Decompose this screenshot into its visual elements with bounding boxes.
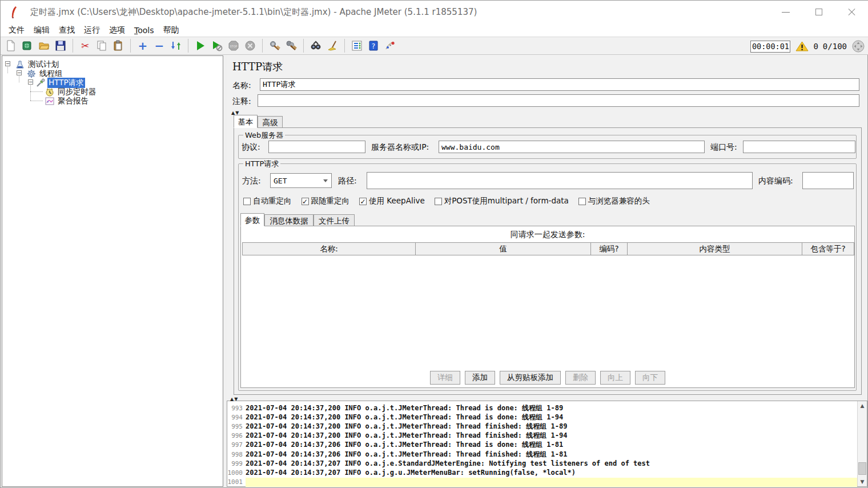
tree-item-thread-group[interactable]: 线程组 xyxy=(26,69,64,78)
tree-connector xyxy=(30,91,43,92)
log-line: 9942021-07-04 20:14:37,200 INFO o.a.j.t.… xyxy=(227,413,857,422)
log-line-number: 998 xyxy=(227,451,246,458)
error-count: 0 xyxy=(813,42,818,51)
new-file-icon[interactable] xyxy=(4,39,18,53)
toggle-icon[interactable] xyxy=(169,39,183,53)
tree-connector xyxy=(30,101,43,101)
clear-all-icon[interactable] xyxy=(284,39,298,53)
checkbox-label: 与浏览器兼容的头 xyxy=(588,196,650,206)
templates-icon[interactable] xyxy=(21,39,34,53)
button-label: 添加 xyxy=(472,373,488,383)
log-line-number: 995 xyxy=(227,423,246,430)
comment-input[interactable] xyxy=(258,94,859,107)
tree-expand-handle[interactable]: − xyxy=(28,79,33,85)
add-button[interactable]: 添加 xyxy=(465,371,495,385)
follow-redirects-checkbox[interactable]: ✓跟随重定向 xyxy=(302,196,350,206)
tab-body-data[interactable]: 消息体数据 xyxy=(264,214,314,226)
jmeter-logo-icon[interactable] xyxy=(383,39,397,53)
log-viewer: ▲▼ 9932021-07-04 20:14:37,200 INFO o.a.j… xyxy=(227,401,867,487)
menu-help[interactable]: 帮助 xyxy=(160,25,183,36)
tree-expand-handle[interactable]: − xyxy=(5,61,10,66)
col-include-equals[interactable]: 包含等于? xyxy=(802,242,854,255)
scrollbar-thumb[interactable] xyxy=(858,462,866,475)
method-label: 方法: xyxy=(242,176,261,186)
menu-file[interactable]: 文件 xyxy=(5,25,28,36)
basic-tab-panel: Web服务器 协议: 服务器名称或IP: 端口号: HTTP请求 方法: GET… xyxy=(234,127,862,395)
button-label: 向下 xyxy=(642,373,658,383)
follow-redirects-auto-checkbox[interactable]: 自动重定向 xyxy=(243,196,292,206)
menu-options[interactable]: 选项 xyxy=(106,25,128,36)
open-file-icon[interactable] xyxy=(37,39,51,53)
menu-tools[interactable]: Tools xyxy=(131,25,158,35)
column-label: 内容类型 xyxy=(700,244,730,254)
save-icon[interactable] xyxy=(54,39,67,53)
tab-file-upload[interactable]: 文件上传 xyxy=(314,214,355,226)
web-server-group: Web服务器 协议: 服务器名称或IP: 端口号: xyxy=(238,135,857,159)
close-button[interactable] xyxy=(835,1,868,23)
test-plan-icon xyxy=(15,60,25,69)
tab-parameters[interactable]: 参数 xyxy=(240,213,264,226)
log-line-number: 993 xyxy=(227,405,246,412)
checkbox-label: 对POST使用multipart / form-data xyxy=(444,196,569,206)
start-icon[interactable] xyxy=(194,39,207,53)
paste-icon[interactable] xyxy=(111,39,125,53)
log-line-text xyxy=(246,478,857,487)
encoding-input[interactable] xyxy=(802,172,854,189)
tab-label: 文件上传 xyxy=(319,216,349,225)
tree-item-sync-timer[interactable]: 同步定时器 xyxy=(45,87,98,97)
checkbox-icon xyxy=(435,198,442,205)
path-input[interactable] xyxy=(367,172,753,189)
keepalive-checkbox[interactable]: ✓使用 KeepAlive xyxy=(359,196,425,206)
stop-icon[interactable]: STOP xyxy=(227,39,240,53)
minimize-button[interactable] xyxy=(769,1,802,23)
tree-item-aggregate-report[interactable]: 聚合报告 xyxy=(45,96,90,106)
menu-run[interactable]: 运行 xyxy=(81,25,103,36)
column-label: 包含等于? xyxy=(810,244,845,254)
tab-label: 消息体数据 xyxy=(270,216,308,225)
function-helper-icon[interactable] xyxy=(350,39,364,53)
shutdown-icon[interactable] xyxy=(243,39,257,53)
menu-edit[interactable]: 编辑 xyxy=(30,25,53,36)
col-value[interactable]: 值 xyxy=(415,242,590,255)
clear-icon[interactable] xyxy=(268,39,282,53)
help-icon[interactable]: ? xyxy=(367,39,380,53)
scroll-down-icon[interactable]: ▼ xyxy=(858,477,867,486)
toolbar-separator xyxy=(73,39,73,53)
encoding-label: 内容编码: xyxy=(758,176,793,186)
log-split-toggle[interactable]: ▲▼ xyxy=(230,397,238,402)
menu-search[interactable]: 查找 xyxy=(55,25,78,36)
cut-icon[interactable]: ✂ xyxy=(78,39,92,53)
remote-status-icon[interactable] xyxy=(851,39,865,53)
col-name[interactable]: 名称: xyxy=(242,242,415,255)
protocol-input[interactable] xyxy=(268,141,365,153)
copy-icon[interactable] xyxy=(95,39,108,53)
log-scrollbar[interactable]: ▲ ▼ xyxy=(857,401,867,486)
start-no-timers-icon[interactable] xyxy=(210,39,224,53)
scroll-up-icon[interactable]: ▲ xyxy=(858,401,867,410)
tree-item-test-plan[interactable]: 测试计划 xyxy=(15,59,60,69)
collapse-all-icon[interactable]: − xyxy=(152,39,166,53)
maximize-button[interactable] xyxy=(802,1,835,23)
server-input[interactable] xyxy=(439,141,705,153)
port-input[interactable] xyxy=(743,141,855,153)
checkbox-icon: ✓ xyxy=(359,198,367,205)
tab-basic[interactable]: 基本 xyxy=(234,115,258,128)
clear-search-icon[interactable] xyxy=(326,39,339,53)
search-icon[interactable] xyxy=(309,39,323,53)
multipart-checkbox[interactable]: 对POST使用multipart / form-data xyxy=(435,196,569,206)
col-encode[interactable]: 编码? xyxy=(590,242,627,255)
add-from-clipboard-button[interactable]: 从剪贴板添加 xyxy=(500,371,561,385)
name-input[interactable] xyxy=(260,78,859,91)
method-select[interactable]: GET xyxy=(270,173,332,188)
tree-expand-handle[interactable]: − xyxy=(17,70,22,75)
log-line-text: 2021-07-04 20:14:37,207 INFO o.a.j.g.u.J… xyxy=(246,469,857,477)
warning-icon[interactable] xyxy=(795,39,809,53)
browser-compatible-headers-checkbox[interactable]: 与浏览器兼容的头 xyxy=(578,196,650,206)
toolbar: ✂ + − STOP ? 00:00:01 0 0/100 xyxy=(1,37,868,55)
params-table-body[interactable] xyxy=(242,255,854,368)
toolbar-separator xyxy=(130,39,131,53)
tab-advanced[interactable]: 高级 xyxy=(258,116,283,128)
expand-all-icon[interactable]: + xyxy=(136,39,150,53)
tree-item-http-request[interactable]: HTTP请求 xyxy=(35,78,85,87)
col-content-type[interactable]: 内容类型 xyxy=(627,242,802,255)
